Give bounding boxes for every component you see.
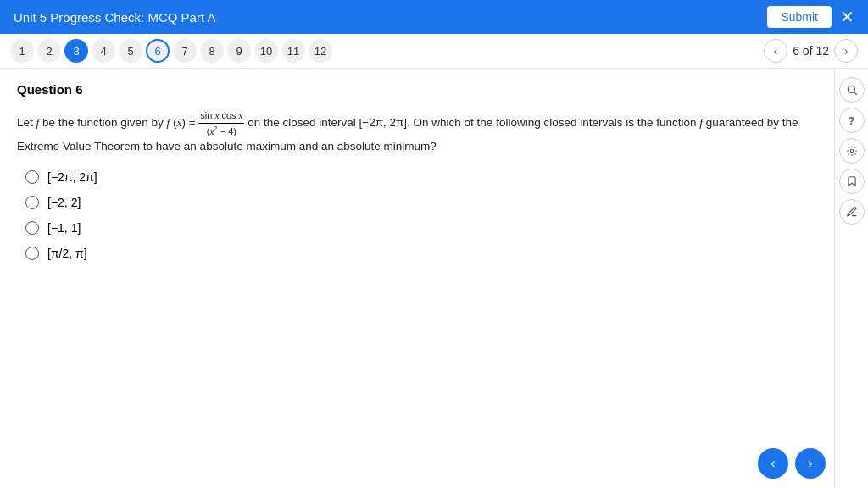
question-number-10[interactable]: 10 xyxy=(254,39,278,63)
question-number-1[interactable]: 1 xyxy=(10,39,34,63)
question-number-5[interactable]: 5 xyxy=(119,39,142,63)
svg-line-1 xyxy=(854,92,856,95)
option-D-radio[interactable] xyxy=(25,247,39,260)
question-text-prefix: Let f be the function given by f (x) = xyxy=(17,116,198,129)
option-B[interactable]: [−2, 2] xyxy=(25,196,817,209)
question-count: 6 of 12 xyxy=(793,44,829,58)
option-A-label: [−2π, 2π] xyxy=(47,170,97,184)
option-C-label: [−1, 1] xyxy=(47,221,81,235)
nav-right: ‹ 6 of 12 › xyxy=(764,39,858,63)
submit-button[interactable]: Submit xyxy=(767,6,832,28)
question-nav-bar: 123456789101112 ‹ 6 of 12 › xyxy=(0,34,868,69)
question-fraction: sin x cos x (x2 − 4) xyxy=(198,108,244,138)
help-button[interactable]: ? xyxy=(839,108,865,133)
option-A-radio[interactable] xyxy=(25,170,39,184)
question-number-6[interactable]: 6 xyxy=(146,39,170,63)
page-title: Unit 5 Progress Check: MCQ Part A xyxy=(14,10,215,25)
svg-point-2 xyxy=(850,149,854,152)
bottom-next-button[interactable]: › xyxy=(795,448,826,479)
option-C-radio[interactable] xyxy=(25,221,39,235)
option-B-radio[interactable] xyxy=(25,196,39,209)
question-number-3[interactable]: 3 xyxy=(64,39,88,63)
settings-button[interactable] xyxy=(839,138,865,164)
next-nav-arrow[interactable]: › xyxy=(834,39,858,63)
header: Unit 5 Progress Check: MCQ Part A Submit… xyxy=(0,0,868,34)
question-number-8[interactable]: 8 xyxy=(200,39,224,63)
question-number-12[interactable]: 12 xyxy=(309,39,332,63)
question-number-7[interactable]: 7 xyxy=(173,39,197,63)
question-number-2[interactable]: 2 xyxy=(37,39,61,63)
bottom-prev-button[interactable]: ‹ xyxy=(758,448,788,479)
option-C[interactable]: [−1, 1] xyxy=(25,221,817,235)
option-D[interactable]: [π/2, π] xyxy=(25,247,817,260)
annotate-button[interactable] xyxy=(839,199,865,225)
prev-nav-arrow[interactable]: ‹ xyxy=(764,39,787,63)
help-icon: ? xyxy=(849,114,855,127)
right-sidebar: ? xyxy=(834,69,868,487)
close-button[interactable]: ✕ xyxy=(840,8,854,25)
question-label: Question 6 xyxy=(17,82,817,97)
question-number-11[interactable]: 11 xyxy=(281,39,305,63)
main-content: Question 6 Let f be the function given b… xyxy=(0,69,868,487)
bottom-nav: ‹ › xyxy=(758,448,826,479)
question-area: Question 6 Let f be the function given b… xyxy=(0,69,834,487)
option-A[interactable]: [−2π, 2π] xyxy=(25,170,817,184)
question-number-list: 123456789101112 xyxy=(10,39,332,63)
question-text: Let f be the function given by f (x) = s… xyxy=(17,108,817,155)
svg-point-0 xyxy=(848,86,854,92)
bookmark-button[interactable] xyxy=(839,169,865,194)
question-number-4[interactable]: 4 xyxy=(92,39,115,63)
option-B-label: [−2, 2] xyxy=(47,196,81,209)
option-D-label: [π/2, π] xyxy=(47,247,87,260)
zoom-button[interactable] xyxy=(839,77,865,103)
answer-options: [−2π, 2π] [−2, 2] [−1, 1] [π/2, π] xyxy=(17,170,817,260)
header-right: Submit ✕ xyxy=(767,6,854,28)
question-number-9[interactable]: 9 xyxy=(227,39,251,63)
